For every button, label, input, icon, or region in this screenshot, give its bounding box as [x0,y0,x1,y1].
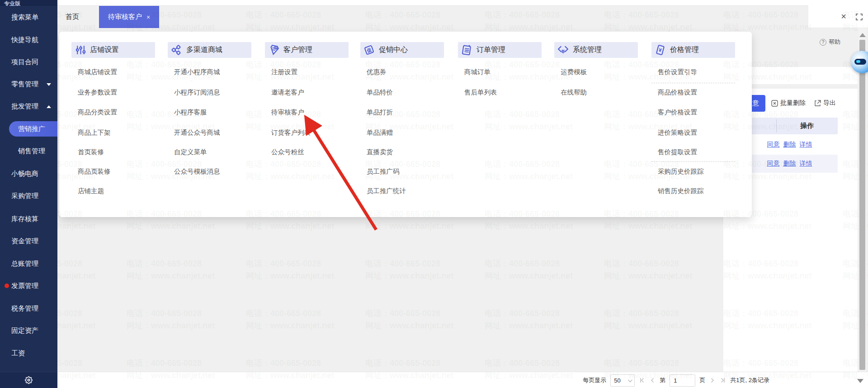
menu-item-公众号粉丝[interactable]: 公众号粉丝 [271,148,304,156]
sidebar-item-1[interactable]: 快捷导航 [0,34,57,46]
sidebar-item-11[interactable]: 总账管理 [0,258,57,270]
price-icon: ¥ [655,44,666,56]
menu-item-业务参数设置[interactable]: 业务参数设置 [78,88,117,97]
menu-item-售后单列表[interactable]: 售后单列表 [464,88,497,97]
sidebar-item-label: 固定资产 [11,326,38,334]
menu-item-开通小程序商城[interactable]: 开通小程序商城 [174,68,220,76]
sidebar-item-2[interactable]: 项目合同 [0,56,57,68]
batch-delete-button[interactable]: 批量删除 [771,99,806,107]
sidebar-item-label: 零售管理 [11,80,38,88]
scrollbar-thumb[interactable] [859,40,865,370]
tab-close-icon[interactable]: × [146,14,150,20]
sidebar-item-6[interactable]: 销售管理 [0,145,57,157]
menu-item-客户价格设置[interactable]: 客户价格设置 [658,108,697,117]
navigation-mega-menu: 电话：400-665-0028网址：www.chanjet.net电话：400-… [59,32,752,217]
menu-item-运费模板[interactable]: 运费模板 [561,68,587,76]
fullscreen-icon[interactable] [856,14,863,22]
sidebar-item-7[interactable]: 小畅电商 [0,168,57,180]
row-action-删除[interactable]: 删除 [783,160,796,168]
sidebar-item-5[interactable]: 营销推广 [0,123,57,135]
last-page-button[interactable] [720,377,726,383]
menu-section-2: 客户管理 [265,42,349,58]
prev-page-button[interactable] [649,377,656,383]
sidebar-item-14[interactable]: 固定资产 [0,325,57,336]
browser-top-strip [0,0,868,6]
next-page-button[interactable] [709,377,716,383]
batch-agree-label: 意 [752,99,759,108]
sidebar-item-12[interactable]: 发票管理 [0,280,57,292]
menu-item-商品价格设置[interactable]: 商品价格设置 [658,88,697,97]
records-summary: 共1页, 2条记录 [730,376,769,384]
sidebar-item-3[interactable]: 零售管理 [0,78,57,90]
menu-item-进价策略设置[interactable]: 进价策略设置 [658,128,697,137]
chevron-down-icon [47,83,51,86]
menu-item-商品分类设置[interactable]: 商品分类设置 [78,108,117,117]
menu-item-自定义菜单[interactable]: 自定义菜单 [174,148,207,156]
menu-item-售价设置引导[interactable]: 售价设置引导 [658,68,697,76]
menu-item-单品打折[interactable]: 单品打折 [367,108,393,117]
menu-section-1: 多渠道商城 [168,42,251,58]
sidebar-item-label: 营销推广 [18,125,45,132]
first-page-button[interactable] [639,377,645,383]
sidebar-item-label: 发票管理 [11,282,38,289]
menu-item-在线帮助[interactable]: 在线帮助 [561,88,587,97]
menu-item-注册设置[interactable]: 注册设置 [271,68,297,76]
menu-item-商品上下架[interactable]: 商品上下架 [78,128,111,137]
window-controls-area: × [808,0,868,28]
menu-item-小程序客服[interactable]: 小程序客服 [174,108,207,117]
sidebar-item-8[interactable]: 采购管理 [0,190,57,202]
sidebar-settings-button[interactable] [0,372,57,388]
menu-item-单品满赠[interactable]: 单品满赠 [367,128,393,137]
tab-pending-customers[interactable]: 待审核客户 × [99,6,159,28]
watermark-text: 电话：400-665-0028网址：www.chanjet.net [127,258,215,282]
menu-item-店铺主题[interactable]: 店铺主题 [78,187,104,195]
menu-item-商品页装修[interactable]: 商品页装修 [78,167,111,176]
question-circle-icon: ? [820,39,826,46]
page-number-input[interactable] [670,377,695,384]
help-button[interactable]: ? 帮助 [820,38,840,46]
menu-item-开通公众号商城[interactable]: 开通公众号商城 [174,128,220,137]
menu-item-邀请老客户[interactable]: 邀请老客户 [271,88,304,97]
row-action-同意[interactable]: 同意 [767,141,780,149]
row-action-删除[interactable]: 删除 [783,141,796,149]
menu-item-售价提取设置[interactable]: 售价提取设置 [658,148,697,156]
sidebar-item-4[interactable]: 批发管理 [0,100,57,112]
row-action-详情[interactable]: 详情 [800,160,812,168]
close-icon[interactable]: × [841,12,846,21]
sidebar-item-0[interactable]: 搜索菜单 [0,11,57,23]
menu-item-直播卖货[interactable]: 直播卖货 [367,148,393,156]
menu-item-小程序订阅消息[interactable]: 小程序订阅消息 [174,88,220,97]
sidebar-item-label: 批发管理 [11,102,38,110]
row-action-详情[interactable]: 详情 [800,141,812,149]
menu-item-商城店铺设置[interactable]: 商城店铺设置 [78,68,117,76]
per-page-select[interactable]: 50 [610,374,635,387]
menu-item-员工推广统计[interactable]: 员工推广统计 [367,187,406,195]
table-header: 操作 [741,118,838,134]
export-button[interactable]: 导出 [814,99,836,107]
menu-item-公众号模板消息[interactable]: 公众号模板消息 [174,167,220,176]
sidebar-item-13[interactable]: 税务管理 [0,303,57,314]
row-action-同意[interactable]: 同意 [767,160,780,168]
robot-eye [856,60,860,63]
menu-item-员工推广码[interactable]: 员工推广码 [367,167,400,176]
sidebar-item-9[interactable]: 库存核算 [0,213,57,225]
scroll-up-icon[interactable] [859,33,866,37]
menu-item-销售历史价跟踪[interactable]: 销售历史价跟踪 [658,187,704,195]
sidebar-item-15[interactable]: 工资 [0,347,57,359]
menu-item-商城订单[interactable]: 商城订单 [464,68,491,76]
scroll-down-icon[interactable] [857,379,863,383]
menu-divider [651,83,735,83]
menu-item-单品特价[interactable]: 单品特价 [367,88,393,97]
tune-icon [75,44,86,56]
page-prefix-label: 第 [660,376,665,384]
order-icon [461,44,472,56]
menu-item-待审核客户[interactable]: 待审核客户 [271,108,304,117]
menu-item-优惠券[interactable]: 优惠券 [367,68,387,76]
menu-item-采购历史价跟踪[interactable]: 采购历史价跟踪 [658,167,704,176]
watermark-text: 电话：400-665-0028网址：www.chanjet.net [485,258,573,282]
sidebar-item-label: 库存核算 [11,215,38,222]
menu-item-订货客户列表[interactable]: 订货客户列表 [271,128,311,137]
menu-item-首页装修[interactable]: 首页装修 [78,148,104,156]
sidebar-item-10[interactable]: 资金管理 [0,235,57,247]
tab-home[interactable]: 首页 [57,6,91,28]
